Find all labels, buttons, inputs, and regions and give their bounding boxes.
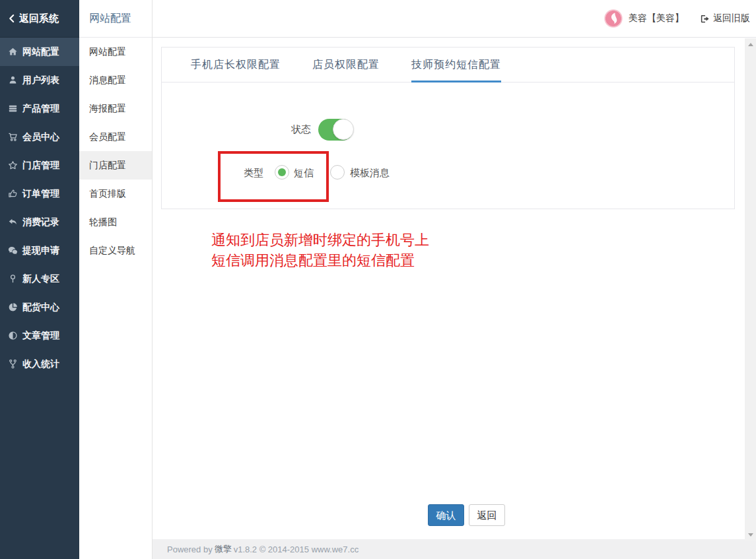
reply-arrow-icon [7, 217, 18, 228]
sidebar-item-label: 新人专区 [22, 273, 59, 285]
user-menu[interactable]: 美容【美容】 [604, 9, 684, 28]
pie-chart-icon [7, 302, 18, 313]
tab-manager-permission[interactable]: 手机店长权限配置 [191, 48, 281, 82]
sidebar-item-products[interactable]: 产品管理 [0, 94, 79, 123]
sidebar-item-label: 网站配置 [22, 46, 59, 58]
sidebar-item-label: 配货中心 [22, 302, 59, 313]
sidebar-item-orders[interactable]: 订单管理 [0, 180, 79, 208]
scroll-down-arrow-icon[interactable] [748, 533, 753, 537]
star-icon [7, 160, 18, 171]
back-to-system-button[interactable]: 返回系统 [0, 0, 79, 38]
radio-dot [278, 168, 286, 176]
toggle-knob [333, 119, 354, 140]
submenu-column: 网站配置 网站配置 消息配置 海报配置 会员配置 门店配置 首页排版 轮播图 自… [79, 0, 153, 559]
sign-out-icon [700, 14, 710, 24]
sidebar-item-site-config[interactable]: 网站配置 [0, 38, 79, 66]
map-pin-icon [7, 274, 18, 284]
back-label: 返回系统 [19, 13, 59, 25]
confirm-button[interactable]: 确认 [428, 504, 464, 526]
user-name: 美容【美容】 [629, 13, 684, 24]
sidebar-item-income-stats[interactable]: 收入统计 [0, 350, 79, 378]
status-label: 状态 [162, 123, 311, 136]
sidebar-item-label: 用户列表 [22, 75, 59, 86]
submenu-item-message-config[interactable]: 消息配置 [79, 66, 152, 94]
tab-bar: 手机店长权限配置 店员权限配置 技师预约短信配置 [162, 48, 734, 82]
radio-template-message[interactable] [330, 165, 345, 180]
app-window: 返回系统 网站配置 用户列表 产品管理 会员中心 门店管理 订单管理 消费记 [0, 0, 756, 559]
adjust-icon [7, 331, 18, 341]
submenu-item-home-layout[interactable]: 首页排版 [79, 180, 152, 208]
submenu-item-poster-config[interactable]: 海报配置 [79, 94, 152, 123]
brand-link[interactable]: 微擎 [215, 543, 232, 555]
user-icon [7, 75, 18, 86]
module-title: 网站配置 [79, 0, 152, 38]
annotation-line-2: 短信调用消息配置里的短信配置 [211, 250, 429, 271]
main-sidebar: 返回系统 网站配置 用户列表 产品管理 会员中心 门店管理 订单管理 消费记 [0, 0, 79, 559]
type-label: 类型 [162, 167, 263, 180]
powered-by-text: Powered by [167, 544, 213, 554]
settings-card: 手机店长权限配置 店员权限配置 技师预约短信配置 状态 类型 短信 模板消息 [161, 47, 735, 209]
sidebar-item-distribution[interactable]: 配货中心 [0, 293, 79, 321]
sidebar-item-stores[interactable]: 门店管理 [0, 151, 79, 180]
sidebar-item-withdrawal[interactable]: 提现申请 [0, 236, 79, 265]
submenu-item-site-config[interactable]: 网站配置 [79, 38, 152, 66]
sidebar-item-newcomer[interactable]: 新人专区 [0, 265, 79, 293]
sidebar-item-articles[interactable]: 文章管理 [0, 321, 79, 350]
sidebar-item-user-list[interactable]: 用户列表 [0, 66, 79, 94]
sidebar-item-label: 收入统计 [22, 358, 59, 370]
old-version-label: 返回旧版 [713, 13, 750, 24]
submenu-item-member-config[interactable]: 会员配置 [79, 123, 152, 151]
cart-icon [7, 132, 18, 143]
footer: Powered by 微擎 v1.8.2 © 2014-2015 www.we7… [153, 539, 756, 559]
sidebar-item-label: 门店管理 [22, 160, 59, 172]
submenu-item-store-config[interactable]: 门店配置 [79, 151, 152, 180]
submenu-item-carousel[interactable]: 轮播图 [79, 208, 152, 236]
footer-version-text: v1.8.2 © 2014-2015 www.we7.cc [234, 544, 359, 554]
chevron-left-icon [9, 14, 15, 23]
thumbs-up-icon [7, 189, 18, 199]
submenu-item-custom-nav[interactable]: 自定义导航 [79, 236, 152, 265]
scroll-up-arrow-icon[interactable] [748, 43, 753, 46]
annotation-text: 通知到店员新增时绑定的手机号上 短信调用消息配置里的短信配置 [211, 230, 429, 271]
code-fork-icon [7, 359, 18, 370]
radio-sms-label: 短信 [294, 167, 314, 180]
sidebar-item-label: 文章管理 [22, 330, 59, 342]
radio-template-label: 模板消息 [350, 167, 390, 180]
sidebar-item-label: 产品管理 [22, 103, 59, 115]
sidebar-item-label: 提现申请 [22, 245, 59, 257]
back-button[interactable]: 返回 [469, 504, 505, 526]
sidebar-item-members[interactable]: 会员中心 [0, 123, 79, 151]
status-toggle[interactable] [318, 119, 353, 141]
main-content: 手机店长权限配置 店员权限配置 技师预约短信配置 状态 类型 短信 模板消息 通… [153, 38, 745, 539]
sidebar-item-label: 消费记录 [22, 216, 59, 228]
back-to-old-version-link[interactable]: 返回旧版 [700, 13, 750, 24]
sidebar-item-consumption[interactable]: 消费记录 [0, 208, 79, 236]
annotation-line-1: 通知到店员新增时绑定的手机号上 [211, 230, 429, 250]
radio-sms[interactable] [275, 165, 289, 180]
home-icon [7, 47, 18, 57]
tab-clerk-permission[interactable]: 店员权限配置 [312, 48, 380, 82]
list-icon [7, 104, 18, 114]
sidebar-item-label: 订单管理 [22, 188, 59, 200]
vertical-scrollbar[interactable] [745, 38, 756, 541]
wechat-icon [7, 246, 18, 256]
tab-technician-sms[interactable]: 技师预约短信配置 [411, 48, 501, 82]
avatar [604, 9, 623, 28]
sidebar-item-label: 会员中心 [22, 131, 59, 143]
topbar: 美容【美容】 返回旧版 [153, 0, 756, 38]
